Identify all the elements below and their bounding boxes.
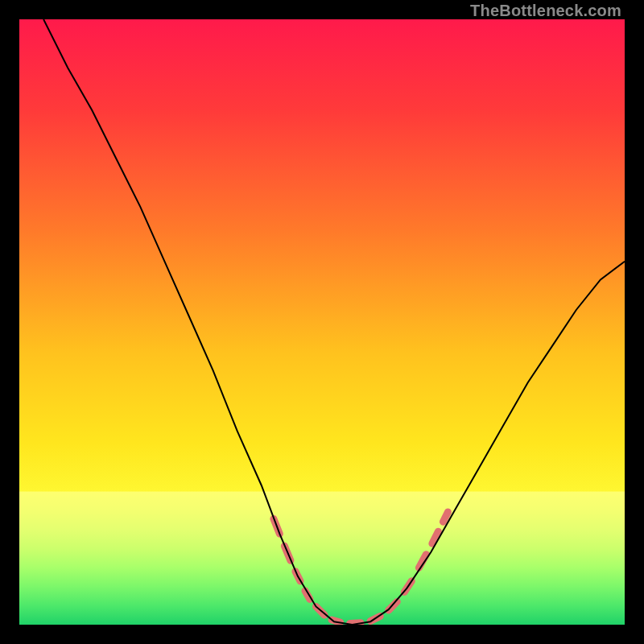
highlight-dash (443, 512, 448, 522)
chart-frame (19, 19, 625, 625)
bottom-green-band (19, 492, 625, 625)
watermark-text: TheBottleneck.com (470, 2, 621, 20)
bottleneck-chart (19, 19, 625, 625)
